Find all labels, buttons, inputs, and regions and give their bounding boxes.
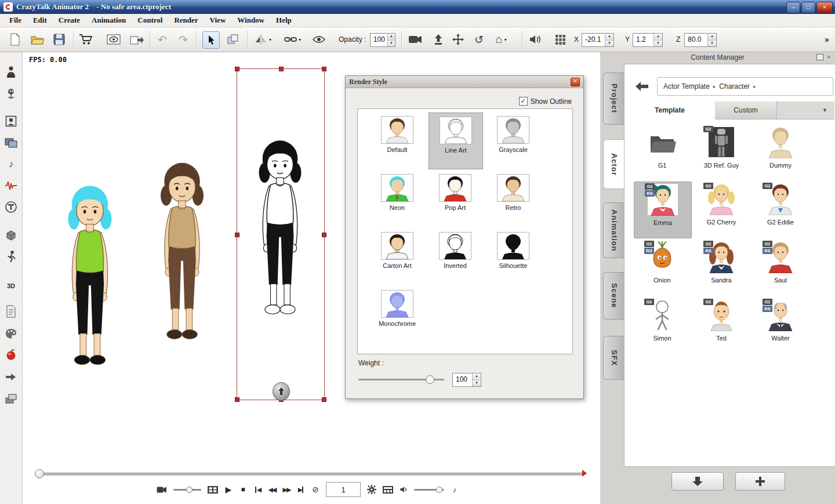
breadcrumb-actor-template[interactable]: Actor Template	[663, 82, 710, 90]
side-tab-actor[interactable]: Actor	[603, 139, 625, 189]
opacity-value[interactable]: 100	[371, 34, 387, 46]
actor-item-dummy[interactable]: Dummy	[752, 125, 809, 180]
actor-thumb-emma[interactable]: G2RS	[646, 183, 680, 216]
style-inverted[interactable]: Inverted	[429, 229, 482, 284]
chevron-down-icon[interactable]: ▼	[822, 107, 827, 113]
side-tab-sfx[interactable]: SFX	[603, 336, 625, 380]
show-outline-option[interactable]: ✓ Show Outline	[519, 97, 572, 106]
maximize-button[interactable]: □	[801, 2, 815, 13]
style-pop-art[interactable]: Pop Art	[429, 171, 482, 226]
duplicate-button[interactable]	[225, 31, 241, 48]
actor-item-sandra[interactable]: G2RS Sandra	[693, 240, 750, 295]
motion-tool-icon[interactable]	[4, 249, 18, 263]
side-tab-project[interactable]: Project	[603, 72, 625, 125]
link-caret-icon[interactable]: ▼	[298, 38, 302, 42]
record-tool-icon[interactable]	[4, 348, 18, 362]
actor-item-simon[interactable]: G2 Simon	[634, 298, 691, 353]
character-brown-woman[interactable]	[144, 97, 220, 414]
paint-tool-icon[interactable]	[4, 327, 18, 340]
volume-slider[interactable]	[414, 485, 444, 494]
y-coord-input[interactable]: 1.2 ▲▼	[633, 33, 663, 47]
home-view-button[interactable]: ⌂▼	[491, 31, 513, 48]
puppet-tool-icon[interactable]	[4, 87, 18, 101]
z-coord-value[interactable]: 80.0	[685, 34, 707, 46]
new-project-button[interactable]	[7, 31, 23, 48]
menu-control[interactable]: Control	[132, 14, 168, 26]
rotate-handle[interactable]	[273, 382, 290, 401]
menu-create[interactable]: Create	[53, 14, 86, 26]
current-frame-input[interactable]: 1	[326, 482, 361, 497]
preview-render-button[interactable]	[106, 31, 122, 48]
3d-view-tool-icon[interactable]: 3D	[4, 279, 18, 293]
selection-handle-mr[interactable]	[322, 233, 326, 237]
camera-view-toggle-icon[interactable]	[157, 483, 167, 496]
menu-view[interactable]: View	[204, 14, 232, 26]
style-neon-thumb[interactable]	[381, 174, 413, 202]
menu-file[interactable]: File	[3, 14, 27, 26]
select-tool-button[interactable]	[202, 31, 220, 49]
weight-input[interactable]: 100 ▲▼	[452, 373, 481, 387]
actor-thumb-simon[interactable]: G2	[645, 299, 679, 331]
y-coord-stepper[interactable]: ▲▼	[654, 34, 662, 46]
render-style-close-button[interactable]: ×	[571, 78, 580, 86]
actor-item-g2-cherry[interactable]: G2 G2 Cherry	[693, 182, 750, 237]
store-cart-button[interactable]	[78, 31, 94, 48]
selection-handle-tl[interactable]	[235, 67, 239, 71]
actor-thumb-onion[interactable]: G2RS	[645, 241, 679, 273]
z-coord-stepper[interactable]: ▲▼	[707, 34, 716, 46]
actor-item-onion[interactable]: G2RS Onion	[634, 240, 691, 295]
side-tab-scene[interactable]: Scene	[603, 272, 625, 320]
actor-item-3d-ref-guy[interactable]: G2 3D Ref. Guy	[693, 125, 750, 180]
style-silhouette[interactable]: Silhouette	[487, 229, 540, 284]
actor-item-g2-eddie[interactable]: G2 G2 Eddie	[752, 182, 809, 237]
style-line-art-thumb[interactable]	[440, 117, 472, 144]
film-icon[interactable]	[208, 483, 218, 496]
music-note-icon[interactable]: ♪	[451, 483, 459, 496]
grid-snap-button[interactable]	[552, 31, 568, 48]
menu-animation[interactable]: Animation	[86, 14, 132, 26]
selection-handle-bl[interactable]	[235, 397, 239, 402]
y-coord-value[interactable]: 1.2	[633, 34, 654, 46]
close-button[interactable]: ×	[816, 2, 833, 13]
breadcrumb[interactable]: Actor Template ▸ Character ▸	[657, 77, 833, 96]
panel-close-icon[interactable]: ×	[827, 54, 830, 60]
rotate-tool-button[interactable]: ↺	[471, 31, 487, 48]
weight-value[interactable]: 100	[453, 374, 472, 386]
actor-thumb-g2-cherry[interactable]: G2	[705, 183, 738, 215]
render-style-dialog-titlebar[interactable]: Render Style ×	[346, 76, 583, 88]
move-tool-button[interactable]	[450, 31, 466, 48]
selection-handle-tc[interactable]	[279, 67, 284, 71]
float-panel-icon[interactable]	[816, 54, 823, 60]
style-retro-thumb[interactable]	[497, 174, 529, 202]
actor-item-saul[interactable]: G2RS Saul	[752, 240, 809, 295]
layers-tool-icon[interactable]	[4, 391, 18, 405]
script-tool-icon[interactable]	[4, 304, 18, 318]
zoom-slider[interactable]	[173, 485, 201, 494]
actor-item-ted[interactable]: G2 Ted	[693, 298, 750, 353]
tab-template[interactable]: Template	[625, 101, 716, 119]
style-pop-art-thumb[interactable]	[439, 174, 471, 202]
apply-to-stage-button[interactable]	[671, 472, 724, 491]
speaker-icon[interactable]	[400, 483, 408, 496]
save-project-button[interactable]	[51, 31, 67, 48]
style-carton-art[interactable]: Carton Art	[371, 229, 424, 284]
actor-tool-icon[interactable]	[4, 65, 18, 79]
breadcrumb-character[interactable]: Character	[719, 82, 750, 90]
selection-bounding-box[interactable]	[237, 68, 325, 400]
visibility-button[interactable]	[311, 31, 327, 48]
back-button[interactable]	[633, 78, 651, 95]
style-retro[interactable]: Retro	[487, 171, 540, 226]
stop-button[interactable]: ■	[239, 483, 247, 496]
menu-render[interactable]: Render	[168, 14, 204, 26]
minimize-button[interactable]: –	[786, 2, 800, 13]
rewind-button[interactable]: ◀◀	[268, 483, 276, 496]
flip-button[interactable]: ▼	[253, 31, 274, 48]
menu-edit[interactable]: Edit	[27, 14, 53, 26]
fast-forward-button[interactable]: ▶▶	[282, 483, 291, 496]
settings-gear-icon[interactable]	[367, 483, 376, 496]
style-silhouette-thumb[interactable]	[497, 232, 529, 260]
flip-caret-icon[interactable]: ▼	[268, 38, 273, 42]
timeline-track[interactable]	[35, 473, 583, 476]
side-tab-animation[interactable]: Animation	[603, 202, 625, 258]
actor-thumb-3d-ref-guy[interactable]: G2	[705, 126, 738, 158]
